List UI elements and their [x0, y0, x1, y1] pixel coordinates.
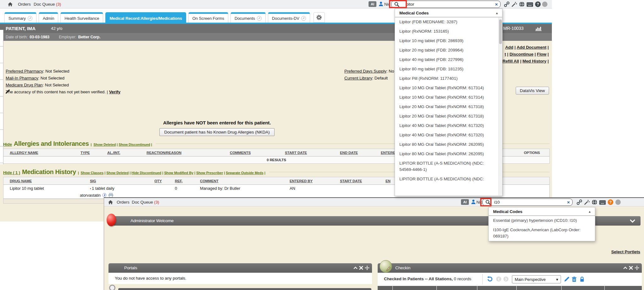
- action-link[interactable]: Flow: [537, 52, 549, 57]
- medications-hide-link[interactable]: Hide ( 1 ): [3, 170, 20, 175]
- wand-icon[interactable]: [511, 1, 517, 7]
- action-link[interactable]: Add: [505, 45, 516, 50]
- open-new-window-icon[interactable]: ↗: [28, 16, 32, 21]
- supply-link[interactable]: Current Library: [344, 76, 372, 80]
- tab[interactable]: Health Surveillance: [60, 12, 103, 23]
- tab-settings-button[interactable]: [314, 12, 325, 23]
- help-icon[interactable]: [608, 199, 613, 205]
- pharmacy-link[interactable]: Mail-In Pharmacy: [6, 76, 38, 80]
- collapse-group-icon[interactable]: ▲: [495, 11, 498, 15]
- presence-status-icon[interactable]: [615, 200, 621, 205]
- refresh-icon[interactable]: [487, 276, 493, 282]
- notification-balloon-icon[interactable]: [107, 214, 116, 226]
- ai-badge[interactable]: AI: [369, 1, 376, 7]
- dropdown-item[interactable]: Lipitor 20 mg tablet (FDB: 209964): [395, 46, 502, 55]
- dropdown-item[interactable]: Lipitor 40 mg tablet (FDB: 227996): [395, 55, 502, 64]
- keyboard-icon[interactable]: [526, 2, 533, 7]
- open-new-window-icon[interactable]: ↗: [257, 16, 262, 21]
- toggle-link[interactable]: Show Classes: [81, 170, 107, 175]
- perspective-select[interactable]: Main Perspective ▾: [512, 275, 561, 283]
- dropdown-item[interactable]: Lipitor Pill (RxNORM: 1177401): [395, 74, 502, 83]
- link-icon[interactable]: [576, 199, 582, 205]
- action-link[interactable]: Med History: [523, 59, 549, 63]
- dropdown-item[interactable]: Lipitor 10 mg tablet (FDB: 286939): [395, 36, 502, 46]
- print-icon[interactable]: [108, 193, 114, 198]
- move-panel-icon[interactable]: [635, 265, 639, 270]
- dropdown-item[interactable]: Lipitor 80 mg tablet (FDB: 181235): [395, 64, 502, 74]
- datavis-view-button[interactable]: DataVis View: [516, 87, 549, 95]
- column-header[interactable]: AL./INT.: [107, 151, 147, 155]
- ai-badge[interactable]: AI: [461, 199, 469, 205]
- dropdown-scrollbar[interactable]: [498, 18, 502, 195]
- presence-status-icon[interactable]: [542, 2, 547, 7]
- move-panel-icon[interactable]: [365, 265, 369, 270]
- prev-page-icon[interactable]: ❮: [496, 276, 501, 282]
- tab[interactable]: Admin: [39, 12, 58, 23]
- pharmacy-link[interactable]: Medicare Drug Plan: [6, 83, 43, 87]
- tab[interactable]: Medical Record:Allergies/Medications: [105, 12, 186, 23]
- column-header[interactable]: QTY: [154, 179, 175, 183]
- clear-search-icon[interactable]: ×: [567, 200, 570, 205]
- dropdown-item[interactable]: Lipitor 80 MG Oral Tablet (RxNORM: 26209…: [395, 149, 502, 159]
- select-portlets-link[interactable]: Select Portlets: [611, 249, 640, 254]
- verify-link[interactable]: Verify: [109, 90, 120, 94]
- column-header[interactable]: ALLERGY NAME: [10, 151, 80, 155]
- open-new-window-icon[interactable]: ↗: [301, 16, 306, 21]
- nav-doc-queue[interactable]: Doc Queue (3): [132, 200, 159, 205]
- column-header[interactable]: ENTERED BY: [290, 179, 340, 183]
- column-header[interactable]: TYPE: [80, 151, 107, 155]
- column-header[interactable]: START DATE: [340, 179, 386, 183]
- nav-orders[interactable]: Orders: [18, 2, 31, 7]
- globe-icon[interactable]: [519, 1, 525, 7]
- pharmacy-link[interactable]: Preferred Pharmacy: [6, 69, 43, 74]
- search-input[interactable]: [493, 200, 565, 205]
- info-icon[interactable]: [102, 193, 107, 197]
- clear-search-icon[interactable]: ×: [495, 2, 498, 7]
- patient-chart-icon[interactable]: [535, 26, 542, 31]
- nav-orders[interactable]: Orders: [117, 200, 130, 205]
- toggle-link[interactable]: Show Discontinued: [119, 141, 152, 147]
- action-link[interactable]: Refill All: [502, 59, 523, 63]
- column-header[interactable]: REF.: [175, 179, 200, 183]
- dropdown-item[interactable]: Lipitor 10 MG Oral Tablet (RxNORM: 61731…: [395, 83, 502, 93]
- toggle-link[interactable]: Hide Discontinued: [131, 170, 164, 175]
- home-icon[interactable]: [108, 200, 113, 205]
- column-header[interactable]: END DATE: [340, 151, 381, 155]
- toggle-link[interactable]: Separate Outside Meds: [226, 170, 265, 175]
- tab[interactable]: Documents-DV ↗: [268, 12, 310, 23]
- toggle-link[interactable]: Show Deleted: [93, 141, 119, 147]
- dropdown-item[interactable]: Lipitor 10 MG Oral Tablet (RxNORM: 61731…: [395, 93, 502, 102]
- chevron-down-icon[interactable]: [630, 219, 635, 223]
- lock-icon[interactable]: [579, 276, 585, 282]
- trash-icon[interactable]: [571, 276, 577, 282]
- nav-doc-queue[interactable]: Doc Queue (3): [34, 2, 61, 7]
- dropdown-item[interactable]: Lipitor 80 MG Oral Tablet (RxNORM: 26209…: [395, 140, 502, 149]
- link-icon[interactable]: [504, 1, 510, 7]
- user-icon[interactable]: [471, 199, 476, 205]
- action-link[interactable]: Add Document: [517, 45, 549, 50]
- collapse-group-icon[interactable]: ▲: [588, 210, 591, 213]
- collapse-panel-icon[interactable]: [623, 266, 627, 270]
- allergies-hide-link[interactable]: Hide: [3, 142, 12, 147]
- toggle-link[interactable]: Show Deleted: [106, 170, 131, 175]
- column-header[interactable]: REACTION/REASON: [147, 151, 230, 155]
- tab[interactable]: On Screen Forms: [188, 12, 228, 23]
- action-link[interactable]: Discontinue: [509, 52, 537, 57]
- column-header[interactable]: DRUG NAME: [10, 179, 90, 183]
- wand-icon[interactable]: [584, 199, 590, 205]
- column-header[interactable]: START DATE: [285, 151, 340, 155]
- close-panel-icon[interactable]: [629, 266, 633, 270]
- globe-icon[interactable]: [591, 199, 597, 205]
- dropdown-item[interactable]: LIPITOR BOTTLE (A-S MEDICATION) (NDC:: [395, 174, 502, 184]
- user-icon[interactable]: [378, 1, 384, 7]
- column-header[interactable]: OPTIONS: [524, 151, 549, 155]
- dropdown-item[interactable]: I100-IgE Cockroach,American (LabCorp Ord…: [489, 225, 595, 241]
- tab[interactable]: Summary ↗: [4, 12, 36, 23]
- dropdown-item[interactable]: Lipitor (RxNORM: 153165): [395, 27, 502, 36]
- home-icon[interactable]: [8, 2, 13, 7]
- toggle-link[interactable]: Show Prescriber: [196, 170, 226, 175]
- collapse-panel-icon[interactable]: [353, 266, 358, 270]
- nkda-button[interactable]: Document patient has No Known Drug Aller…: [159, 128, 274, 136]
- close-panel-icon[interactable]: [359, 266, 363, 270]
- scrollbar-thumb[interactable]: [499, 19, 502, 44]
